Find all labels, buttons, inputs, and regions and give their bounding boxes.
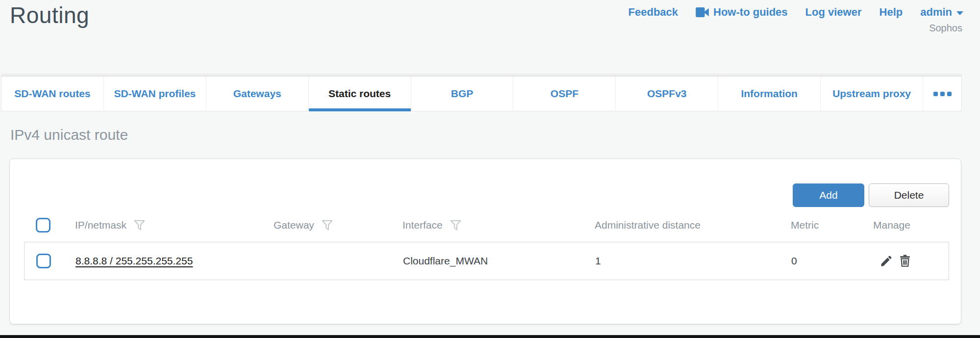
route-link[interactable]: 8.8.8.8 / 255.255.255.255 bbox=[75, 255, 193, 267]
routing-tabbar: SD-WAN routes SD-WAN profiles Gateways S… bbox=[1, 76, 962, 111]
static-routes-card: Add Delete IP/netmask Gateway Interface bbox=[9, 158, 961, 324]
column-interface: Interface bbox=[402, 219, 443, 231]
admin-distance-value: 1 bbox=[595, 242, 601, 280]
routing-page: Routing Feedback How-to guides Log viewe… bbox=[0, 0, 980, 338]
tab-information[interactable]: Information bbox=[718, 77, 821, 111]
page-title: Routing bbox=[10, 2, 89, 28]
section-heading: IPv4 unicast route bbox=[10, 127, 128, 143]
table-header-row: IP/netmask Gateway Interface Administrat… bbox=[10, 214, 961, 236]
column-gateway: Gateway bbox=[274, 219, 314, 231]
tab-ospfv3[interactable]: OSPFv3 bbox=[616, 77, 718, 111]
tab-sd-wan-routes[interactable]: SD-WAN routes bbox=[1, 77, 104, 111]
column-ip-netmask: IP/netmask bbox=[75, 219, 126, 231]
edit-icon[interactable] bbox=[879, 254, 893, 268]
tab-upstream-proxy[interactable]: Upstream proxy bbox=[821, 77, 923, 111]
tab-gateways[interactable]: Gateways bbox=[206, 77, 309, 111]
tab-more-menu[interactable] bbox=[923, 77, 961, 111]
chevron-down-icon bbox=[956, 11, 963, 15]
column-metric: Metric bbox=[791, 219, 819, 231]
delete-button[interactable]: Delete bbox=[869, 183, 949, 207]
tab-static-routes[interactable]: Static routes bbox=[309, 77, 411, 111]
metric-value: 0 bbox=[791, 242, 797, 280]
feedback-link[interactable]: Feedback bbox=[628, 6, 678, 19]
tab-bgp[interactable]: BGP bbox=[411, 77, 514, 111]
delete-icon[interactable] bbox=[898, 254, 912, 268]
tab-sd-wan-profiles[interactable]: SD-WAN profiles bbox=[104, 77, 206, 111]
top-nav: Feedback How-to guides Log viewer Help a… bbox=[628, 6, 963, 19]
help-link[interactable]: Help bbox=[879, 6, 903, 19]
filter-icon[interactable] bbox=[133, 219, 146, 232]
add-button[interactable]: Add bbox=[793, 183, 864, 207]
ellipsis-icon bbox=[933, 92, 952, 96]
bottom-bar bbox=[0, 335, 980, 338]
column-admin-distance: Administrative distance bbox=[595, 219, 701, 231]
table-row: 8.8.8.8 / 255.255.255.255 Cloudflare_MWA… bbox=[24, 242, 949, 280]
brand-label: Sophos bbox=[929, 23, 962, 34]
video-camera-icon bbox=[696, 7, 709, 17]
tab-ospf[interactable]: OSPF bbox=[513, 77, 616, 111]
select-all-checkbox[interactable] bbox=[36, 218, 50, 233]
filter-icon[interactable] bbox=[321, 219, 333, 232]
filter-icon[interactable] bbox=[450, 219, 462, 232]
column-manage: Manage bbox=[873, 219, 910, 231]
howto-guides-link[interactable]: How-to guides bbox=[696, 6, 788, 19]
log-viewer-link[interactable]: Log viewer bbox=[805, 6, 862, 19]
row-checkbox[interactable] bbox=[36, 254, 51, 268]
interface-value: Cloudflare_MWAN bbox=[403, 242, 488, 280]
admin-menu[interactable]: admin bbox=[920, 6, 963, 19]
